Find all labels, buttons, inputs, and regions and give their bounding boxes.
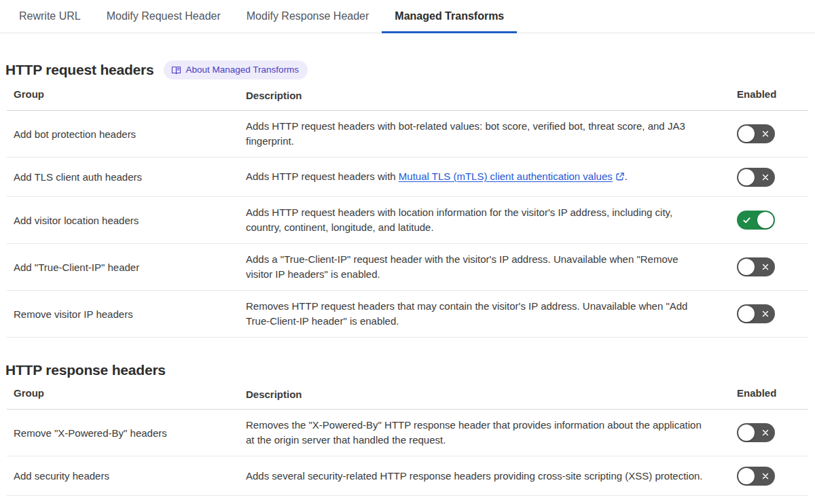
column-header-description: Description xyxy=(246,88,706,103)
toggle-knob xyxy=(738,169,755,185)
enabled-cell xyxy=(706,211,801,230)
section-title-response: HTTP response headers xyxy=(5,362,166,378)
table-row: Add security headersAdds several securit… xyxy=(7,456,808,496)
toggle-knob xyxy=(738,126,755,142)
enabled-toggle-off[interactable] xyxy=(737,124,775,143)
table-row: Add visitor location headersAdds HTTP re… xyxy=(7,197,808,244)
tab-managed-transforms[interactable]: Managed Transforms xyxy=(382,0,517,33)
enabled-toggle-off[interactable] xyxy=(737,168,775,187)
enabled-cell xyxy=(706,168,801,187)
group-cell: Add security headers xyxy=(7,470,246,482)
enabled-toggle-on[interactable] xyxy=(737,211,775,230)
http-request-headers-section: HTTP request headers About Managed Trans… xyxy=(0,60,815,338)
group-cell: Add "True-Client-IP" header xyxy=(7,262,246,273)
x-icon xyxy=(761,130,769,138)
description-cell: Removes HTTP request headers that may co… xyxy=(246,299,706,329)
enabled-toggle-off[interactable] xyxy=(737,423,775,442)
table-body: Remove "X-Powered-By" headersRemoves the… xyxy=(7,410,808,496)
enabled-cell xyxy=(706,467,801,486)
group-cell: Add visitor location headers xyxy=(7,215,246,226)
external-link-icon xyxy=(615,170,625,185)
column-header-description: Description xyxy=(246,387,706,402)
enabled-toggle-off[interactable] xyxy=(737,257,775,276)
enabled-cell xyxy=(706,423,801,442)
column-header-enabled: Enabled xyxy=(706,88,801,103)
description-cell: Removes the "X-Powered-By" HTTP response… xyxy=(246,418,706,448)
toggle-knob xyxy=(757,212,774,228)
table-row: Add TLS client auth headersAdds HTTP req… xyxy=(7,158,808,197)
x-icon xyxy=(761,310,769,318)
book-icon xyxy=(171,65,181,75)
table-row: Remove "X-Powered-By" headersRemoves the… xyxy=(7,410,808,456)
toggle-knob xyxy=(738,259,755,275)
check-icon xyxy=(742,216,751,225)
toggle-knob xyxy=(738,425,755,441)
column-header-group: Group xyxy=(7,88,246,103)
tab-bar: Rewrite URL Modify Request Header Modify… xyxy=(0,0,815,33)
description-cell: Adds several security-related HTTP respo… xyxy=(246,469,706,484)
group-cell: Add TLS client auth headers xyxy=(7,171,246,183)
column-header-enabled: Enabled xyxy=(706,387,801,402)
enabled-toggle-off[interactable] xyxy=(737,304,775,323)
enabled-cell xyxy=(706,257,801,276)
description-cell: Adds HTTP request headers with Mutual TL… xyxy=(246,169,706,185)
response-headers-table: Group Description Enabled Remove "X-Powe… xyxy=(7,378,808,496)
table-row: Add "True-Client-IP" headerAdds a "True-… xyxy=(7,244,808,291)
x-icon xyxy=(761,472,769,480)
tab-modify-request-header[interactable]: Modify Request Header xyxy=(94,0,234,33)
badge-label: About Managed Transforms xyxy=(186,65,300,75)
request-headers-table: Group Description Enabled Add bot protec… xyxy=(7,79,808,338)
about-managed-transforms-link[interactable]: About Managed Transforms xyxy=(164,60,308,79)
group-cell: Add bot protection headers xyxy=(7,128,246,140)
description-cell: Adds HTTP request headers with bot-relat… xyxy=(246,119,706,149)
enabled-toggle-off[interactable] xyxy=(737,467,775,486)
table-body: Add bot protection headersAdds HTTP requ… xyxy=(7,111,808,338)
x-icon xyxy=(761,263,769,271)
table-header: Group Description Enabled xyxy=(7,79,808,111)
description-cell: Adds HTTP request headers with location … xyxy=(246,205,706,235)
enabled-cell xyxy=(706,304,801,323)
table-row: Remove visitor IP headersRemoves HTTP re… xyxy=(7,291,808,338)
column-header-group: Group xyxy=(7,387,246,402)
x-icon xyxy=(761,429,769,437)
tab-rewrite-url[interactable]: Rewrite URL xyxy=(6,0,94,33)
http-response-headers-section: HTTP response headers Group Description … xyxy=(0,362,815,496)
description-cell: Adds a "True-Client-IP" request header w… xyxy=(246,252,706,282)
enabled-cell xyxy=(706,124,801,143)
toggle-knob xyxy=(738,468,755,484)
description-link[interactable]: Mutual TLS (mTLS) client authentication … xyxy=(399,170,625,182)
section-title-request: HTTP request headers xyxy=(5,62,154,78)
x-icon xyxy=(761,173,769,181)
tab-modify-response-header[interactable]: Modify Response Header xyxy=(234,0,382,33)
toggle-knob xyxy=(738,306,755,322)
table-row: Add bot protection headersAdds HTTP requ… xyxy=(7,111,808,158)
group-cell: Remove visitor IP headers xyxy=(7,308,246,320)
group-cell: Remove "X-Powered-By" headers xyxy=(7,427,246,439)
table-header: Group Description Enabled xyxy=(7,378,808,410)
